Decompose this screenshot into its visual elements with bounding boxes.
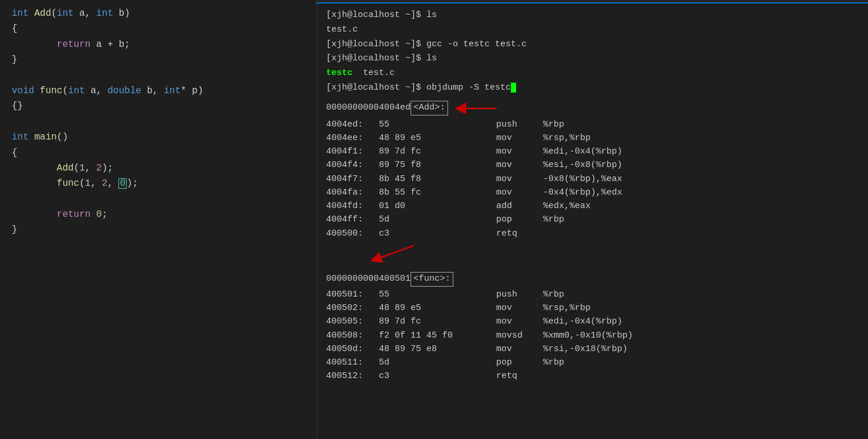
code-line-5 bbox=[12, 68, 304, 83]
asm-line: 4004f4: 89 75 f8 mov %esi,-0x8(%rbp) bbox=[326, 158, 859, 172]
code-line-8 bbox=[12, 114, 304, 130]
terminal-line-5: testc test.c bbox=[326, 66, 859, 81]
terminal-line-4: [xjh@localhost ~]$ ls bbox=[326, 52, 859, 66]
asm-line: 4004ed: 55 push %rbp bbox=[326, 118, 859, 131]
asm-line: 4004fd: 01 d0 add %edx,%eax bbox=[326, 199, 859, 213]
code-line-1: int Add(int a, int b) bbox=[12, 6, 304, 21]
code-line-7: {} bbox=[12, 98, 304, 114]
asm-content: 00000000004004ed <Add>: 4004ed: 55 bbox=[326, 100, 859, 383]
terminal-line-3: [xjh@localhost ~]$ gcc -o testc test.c bbox=[326, 38, 859, 52]
code-line-12: func(1, 2, 0); bbox=[12, 176, 304, 191]
code-line-3: return a + b; bbox=[12, 37, 304, 52]
asm-line: 400505: 89 7d fc mov %edi,-0x4(%rbp) bbox=[326, 315, 859, 328]
asm-add-addr: 00000000004004ed bbox=[326, 101, 411, 115]
code-line-14: return 0; bbox=[12, 207, 304, 222]
code-editor-panel: int Add(int a, int b) { return a + b; } … bbox=[0, 0, 317, 439]
asm-line: 400508: f2 0f 11 45 f0 movsd %xmm0,-0x10… bbox=[326, 329, 859, 342]
asm-line: 400502: 48 89 e5 mov %rsp,%rbp bbox=[326, 301, 859, 315]
outlined-zero: 0 bbox=[118, 178, 127, 189]
terminal-content: [xjh@localhost ~]$ ls test.c [xjh@localh… bbox=[317, 4, 868, 439]
terminal-line-1: [xjh@localhost ~]$ ls bbox=[326, 8, 859, 23]
code-line-6: void func(int a, double b, int* p) bbox=[12, 83, 304, 98]
asm-func-label: <func>: bbox=[411, 272, 453, 287]
asm-line: 4004f7: 8b 45 f8 mov -0x8(%rbp),%eax bbox=[326, 172, 859, 186]
asm-line: 400512: c3 retq bbox=[326, 369, 859, 383]
terminal-cursor bbox=[511, 83, 516, 93]
code-line-10: { bbox=[12, 145, 304, 161]
code-line-13 bbox=[12, 192, 304, 207]
asm-line: 400501: 55 push %rbp bbox=[326, 288, 859, 301]
asm-func-addr: 0000000000400501 bbox=[326, 273, 411, 286]
red-arrow-2-container bbox=[361, 243, 859, 269]
asm-line: 400511: 5d pop %rbp bbox=[326, 356, 859, 369]
code-line-15: } bbox=[12, 222, 304, 237]
asm-line: 4004f1: 89 7d fc mov %edi,-0x4(%rbp) bbox=[326, 145, 859, 158]
asm-add-header: 00000000004004ed <Add>: bbox=[326, 100, 859, 117]
asm-line: 4004ee: 48 89 e5 mov %rsp,%rbp bbox=[326, 131, 859, 145]
asm-line: 40050d: 48 89 75 e8 mov %rsi,-0x18(%rbp) bbox=[326, 342, 859, 356]
terminal-panel: [xjh@localhost ~]$ ls test.c [xjh@localh… bbox=[317, 0, 868, 439]
code-line-9: int main() bbox=[12, 130, 304, 145]
asm-func-header: 0000000000400501 <func>: bbox=[326, 272, 859, 287]
svg-line-3 bbox=[373, 246, 414, 260]
code-line-2: { bbox=[12, 21, 304, 36]
code-line-11: Add(1, 2); bbox=[12, 161, 304, 176]
red-arrow-1 bbox=[453, 100, 500, 117]
asm-add-label: <Add>: bbox=[411, 101, 448, 115]
asm-line: 400500: c3 retq bbox=[326, 227, 859, 240]
asm-line: 4004fa: 8b 55 fc mov -0x4(%rbp),%edx bbox=[326, 186, 859, 199]
asm-line: 4004ff: 5d pop %rbp bbox=[326, 213, 859, 226]
code-line-4: } bbox=[12, 52, 304, 67]
red-arrow-2 bbox=[361, 243, 420, 264]
terminal-line-6: [xjh@localhost ~]$ objdump -S testc bbox=[326, 81, 859, 96]
terminal-line-2: test.c bbox=[326, 23, 859, 38]
tab-indicator bbox=[317, 2, 434, 4]
